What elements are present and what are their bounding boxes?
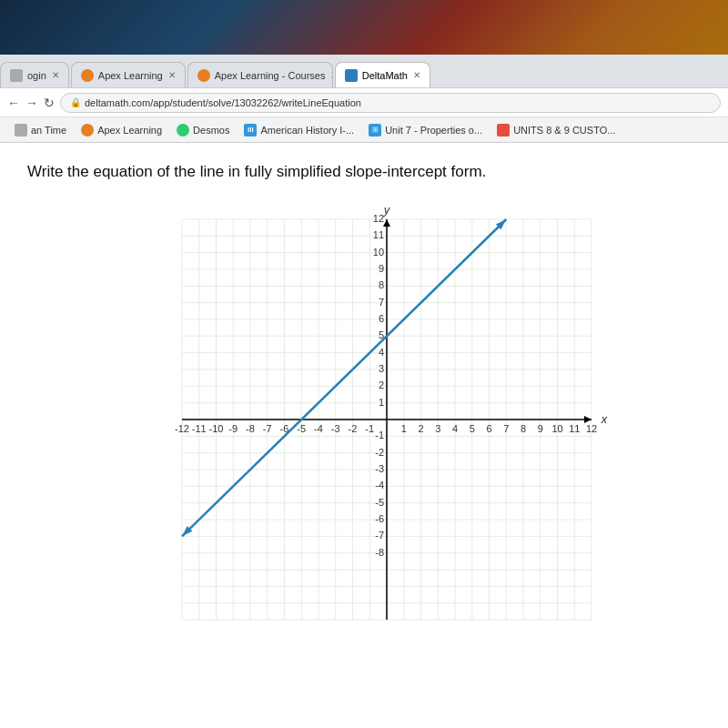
address-text: deltamath.com/app/student/solve/13032262…: [85, 97, 361, 108]
browser-chrome: ogin ✕ Apex Learning ✕ Apex Learning - C…: [0, 55, 728, 143]
bookmark-icon-american-history: III: [244, 124, 257, 136]
bookmark-icon-desmos: [177, 124, 189, 136]
page-content: Write the equation of the line in fully …: [0, 143, 728, 665]
bookmark-apex[interactable]: Apex Learning: [74, 122, 169, 138]
bookmark-label-american-history: American History I-...: [260, 125, 354, 136]
top-banner: [0, 0, 728, 55]
bookmark-label-an-time: an Time: [31, 125, 66, 136]
bookmark-icon-unit7: ⊞: [369, 124, 381, 136]
banner-overlay: [0, 0, 728, 55]
graph-canvas: [118, 201, 610, 647]
tab-close-apex2[interactable]: ✕: [330, 70, 332, 80]
address-bar[interactable]: 🔒 deltamath.com/app/student/solve/130322…: [60, 93, 721, 113]
forward-button[interactable]: →: [25, 96, 38, 110]
bookmarks-bar: an Time Apex Learning Desmos III America…: [0, 116, 728, 142]
graph-container: [27, 201, 701, 647]
tab-label-login: ogin: [27, 70, 46, 81]
bookmark-icon-apex: [81, 124, 94, 136]
tab-login[interactable]: ogin ✕: [0, 62, 69, 87]
tab-icon-apex1: [81, 69, 94, 82]
tab-close-login[interactable]: ✕: [52, 70, 59, 80]
tab-close-apex1[interactable]: ✕: [168, 70, 176, 80]
bookmark-units89[interactable]: UNITS 8 & 9 CUSTO...: [490, 122, 622, 138]
bookmark-icon-an-time: [15, 124, 27, 136]
bookmark-label-apex: Apex Learning: [97, 125, 162, 136]
tab-label-deltamath: DeltaMath: [362, 70, 408, 81]
address-bar-row: ← → ↻ 🔒 deltamath.com/app/student/solve/…: [0, 87, 728, 116]
bookmark-icon-units89: [497, 124, 510, 136]
question-text: Write the equation of the line in fully …: [27, 161, 701, 183]
tab-icon-apex2: [197, 69, 210, 82]
tab-label-apex1: Apex Learning: [98, 70, 163, 81]
refresh-button[interactable]: ↻: [44, 96, 55, 110]
bookmark-desmos[interactable]: Desmos: [169, 122, 237, 138]
bookmark-label-units89: UNITS 8 & 9 CUSTO...: [513, 125, 615, 136]
tab-label-apex2: Apex Learning - Courses: [215, 70, 326, 81]
tab-deltamath[interactable]: DeltaMath ✕: [335, 62, 430, 87]
bookmark-american-history[interactable]: III American History I-...: [237, 122, 361, 138]
bookmark-an-time[interactable]: an Time: [7, 122, 74, 138]
tab-close-deltamath[interactable]: ✕: [413, 70, 420, 80]
tab-icon-login: [10, 69, 23, 82]
tab-icon-deltamath: [345, 69, 358, 82]
tabs-bar: ogin ✕ Apex Learning ✕ Apex Learning - C…: [0, 55, 728, 87]
lock-icon: 🔒: [70, 97, 81, 107]
tab-apex2[interactable]: Apex Learning - Courses ✕: [187, 62, 333, 87]
bookmark-label-desmos: Desmos: [193, 125, 229, 136]
graph-wrapper: [118, 201, 610, 647]
bookmark-label-unit7: Unit 7 - Properties o...: [385, 125, 482, 136]
bookmark-unit7[interactable]: ⊞ Unit 7 - Properties o...: [361, 122, 490, 138]
back-button[interactable]: ←: [7, 96, 20, 110]
tab-apex1[interactable]: Apex Learning ✕: [71, 62, 186, 87]
